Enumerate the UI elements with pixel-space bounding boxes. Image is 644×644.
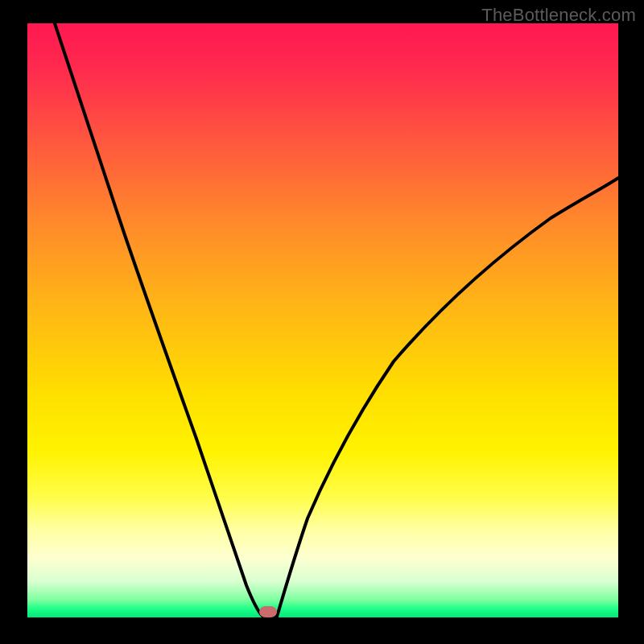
curve-svg (27, 23, 618, 617)
watermark-text: TheBottleneck.com (481, 5, 636, 26)
chart-frame: TheBottleneck.com (0, 0, 644, 644)
curve-right (277, 178, 618, 617)
curve-left (55, 23, 263, 617)
optimum-marker (259, 606, 277, 617)
plot-area (27, 23, 618, 617)
